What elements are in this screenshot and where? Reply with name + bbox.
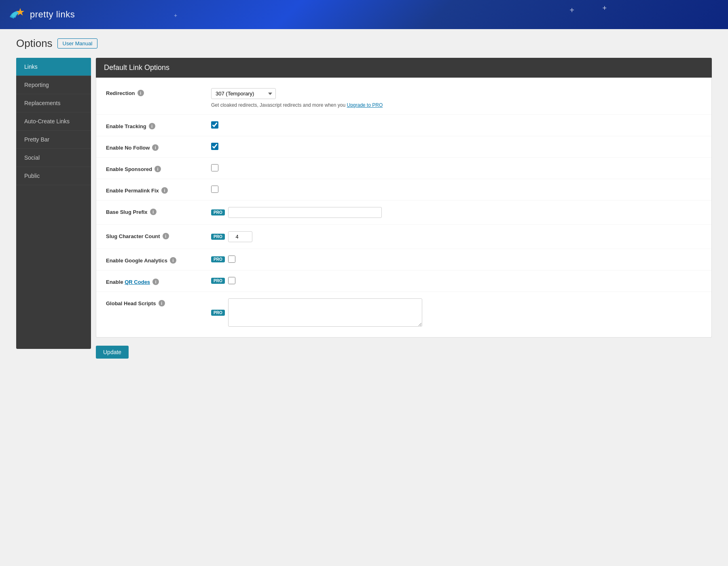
enable-tracking-info-icon[interactable]: i (149, 123, 155, 129)
slug-character-count-row: Slug Character Count i PRO (96, 225, 711, 249)
upgrade-to-pro-link[interactable]: Upgrade to PRO (347, 102, 383, 108)
enable-tracking-label: Enable Tracking (106, 123, 146, 129)
base-slug-prefix-row: Base Slug Prefix i PRO (96, 201, 711, 225)
slug-character-count-control-col: PRO (211, 231, 702, 242)
logo-text: pretty links (30, 9, 75, 20)
slug-character-count-label-col: Slug Character Count i (106, 231, 211, 239)
logo-icon (8, 6, 26, 23)
enable-permalink-fix-label: Enable Permalink Fix (106, 188, 159, 194)
global-head-scripts-control-row: PRO (211, 298, 422, 327)
base-slug-prefix-input[interactable] (228, 207, 382, 218)
page-title-area: Options User Manual (16, 37, 712, 50)
upgrade-prefix: Get cloaked redirects, Javascript redire… (211, 102, 345, 108)
enable-google-analytics-label-col: Enable Google Analytics i (106, 256, 211, 264)
logo: pretty links (8, 6, 75, 23)
sidebar-item-pretty-bar[interactable]: Pretty Bar (16, 131, 91, 149)
global-head-scripts-textarea[interactable] (228, 298, 422, 327)
enable-no-follow-checkbox[interactable] (211, 143, 218, 150)
enable-qr-codes-control-row: PRO (211, 277, 235, 284)
enable-no-follow-info-icon[interactable]: i (152, 144, 159, 151)
base-slug-prefix-label: Base Slug Prefix (106, 209, 148, 215)
enable-sponsored-row: Enable Sponsored i (96, 158, 711, 179)
slug-character-count-control-row: PRO (211, 231, 252, 242)
enable-no-follow-label-col: Enable No Follow i (106, 143, 211, 151)
enable-google-analytics-checkbox[interactable] (228, 256, 235, 263)
global-head-scripts-control-col: PRO (211, 298, 702, 327)
global-head-scripts-row: Global Head Scripts i PRO (96, 292, 711, 333)
enable-qr-codes-label-col: Enable QR Codes i (106, 277, 211, 285)
section-header: Default Link Options (96, 58, 712, 78)
decoration-plus: + (569, 6, 574, 15)
base-slug-prefix-pro-badge: PRO (211, 209, 225, 215)
slug-character-count-pro-badge: PRO (211, 234, 225, 240)
qr-codes-link[interactable]: QR Codes (125, 279, 150, 285)
sidebar-item-public[interactable]: Public (16, 167, 91, 185)
user-manual-button[interactable]: User Manual (57, 38, 98, 49)
global-head-scripts-label: Global Head Scripts (106, 300, 156, 306)
sidebar: Links Reporting Replacements Auto-Create… (16, 58, 91, 349)
enable-qr-codes-label: Enable QR Codes (106, 279, 150, 285)
enable-qr-codes-info-icon[interactable]: i (152, 279, 159, 285)
redirection-row: Redirection i 301 (Permanent) 302 (Tempo… (96, 82, 711, 115)
slug-character-count-info-icon[interactable]: i (163, 233, 169, 239)
enable-qr-codes-control-col: PRO (211, 277, 702, 284)
enable-google-analytics-pro-badge: PRO (211, 256, 225, 262)
base-slug-prefix-label-col: Base Slug Prefix i (106, 207, 211, 215)
enable-no-follow-row: Enable No Follow i (96, 136, 711, 158)
redirection-info-icon[interactable]: i (138, 90, 144, 96)
slug-character-count-label: Slug Character Count (106, 233, 160, 239)
redirection-upgrade-text: Get cloaked redirects, Javascript redire… (211, 102, 383, 108)
slug-character-count-input[interactable] (228, 231, 252, 242)
enable-google-analytics-info-icon[interactable]: i (170, 257, 176, 264)
enable-permalink-fix-checkbox[interactable] (211, 186, 218, 193)
base-slug-prefix-control-col: PRO (211, 207, 702, 218)
sidebar-item-auto-create-links[interactable]: Auto-Create Links (16, 112, 91, 131)
global-head-scripts-label-col: Global Head Scripts i (106, 298, 211, 306)
section-body: Redirection i 301 (Permanent) 302 (Tempo… (96, 78, 712, 338)
enable-google-analytics-row: Enable Google Analytics i PRO (96, 249, 711, 270)
svg-marker-0 (16, 8, 24, 16)
enable-google-analytics-control-col: PRO (211, 256, 702, 263)
sidebar-item-replacements[interactable]: Replacements (16, 94, 91, 112)
update-button[interactable]: Update (96, 346, 129, 359)
enable-tracking-row: Enable Tracking i (96, 115, 711, 136)
enable-sponsored-label-col: Enable Sponsored i (106, 164, 211, 172)
main-content: Default Link Options Redirection i 301 (… (96, 58, 712, 359)
enable-sponsored-label: Enable Sponsored (106, 166, 152, 172)
redirection-label-col: Redirection i (106, 88, 211, 96)
sidebar-item-reporting[interactable]: Reporting (16, 76, 91, 94)
global-head-scripts-info-icon[interactable]: i (159, 300, 165, 306)
main-wrapper: Options User Manual Links Reporting Repl… (0, 29, 728, 566)
global-head-scripts-pro-badge: PRO (211, 310, 225, 316)
enable-qr-codes-pro-badge: PRO (211, 278, 225, 284)
enable-no-follow-label: Enable No Follow (106, 145, 150, 151)
enable-sponsored-info-icon[interactable]: i (154, 166, 161, 172)
enable-sponsored-checkbox[interactable] (211, 164, 218, 171)
page-title: Options (16, 37, 53, 50)
header: pretty links + (0, 0, 728, 29)
redirection-select[interactable]: 301 (Permanent) 302 (Temporary) 307 (Tem… (211, 88, 276, 99)
enable-permalink-fix-row: Enable Permalink Fix i (96, 179, 711, 201)
enable-sponsored-control-col (211, 164, 702, 171)
sidebar-item-links[interactable]: Links (16, 58, 91, 76)
enable-no-follow-control-col (211, 143, 702, 150)
content-layout: Links Reporting Replacements Auto-Create… (16, 58, 712, 359)
enable-tracking-checkbox[interactable] (211, 121, 218, 129)
enable-permalink-fix-info-icon[interactable]: i (161, 187, 168, 194)
enable-google-analytics-control-row: PRO (211, 256, 235, 263)
sidebar-item-social[interactable]: Social (16, 149, 91, 167)
enable-tracking-label-col: Enable Tracking i (106, 121, 211, 129)
enable-permalink-fix-control-col (211, 186, 702, 193)
redirection-label: Redirection (106, 90, 135, 96)
base-slug-prefix-control-row: PRO (211, 207, 382, 218)
enable-permalink-fix-label-col: Enable Permalink Fix i (106, 186, 211, 194)
enable-qr-codes-checkbox[interactable] (228, 277, 235, 284)
enable-qr-codes-row: Enable QR Codes i PRO (96, 270, 711, 292)
base-slug-prefix-info-icon[interactable]: i (150, 209, 157, 215)
enable-tracking-control-col (211, 121, 702, 129)
enable-google-analytics-label: Enable Google Analytics (106, 258, 167, 264)
redirection-control-col: 301 (Permanent) 302 (Temporary) 307 (Tem… (211, 88, 702, 108)
